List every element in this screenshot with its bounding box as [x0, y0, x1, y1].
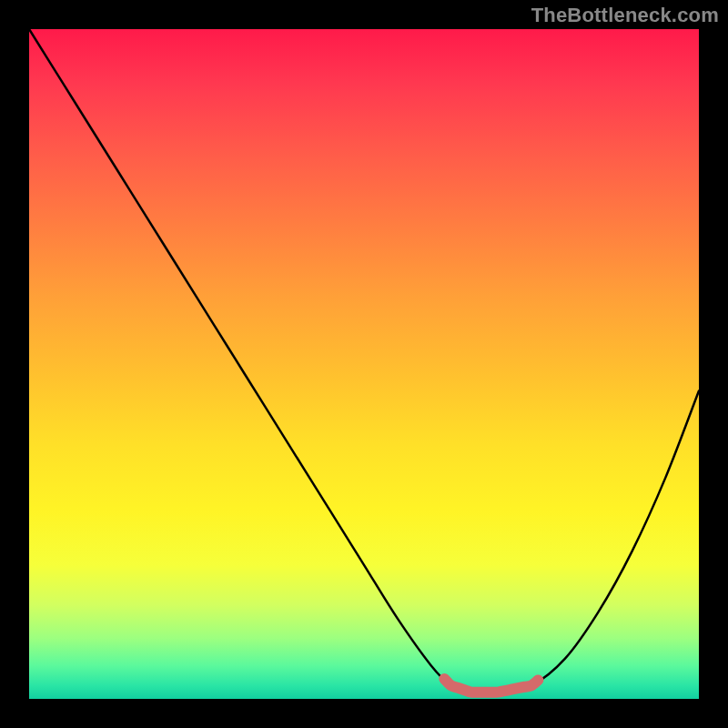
watermark-text: TheBottleneck.com — [531, 4, 719, 27]
bottleneck-curve — [29, 29, 699, 699]
plot-area — [29, 29, 699, 699]
chart-frame: TheBottleneck.com — [0, 0, 728, 728]
